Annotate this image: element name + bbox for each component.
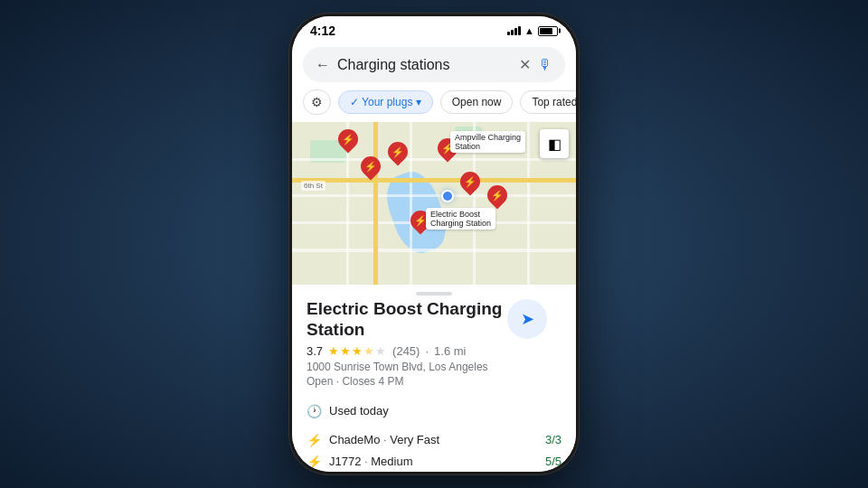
map-road: [410, 122, 412, 285]
open-status: Open · Closes 4 PM: [307, 375, 561, 388]
filter-chips-container: ⚙ ✓ Your plugs ▾ Open now Top rated: [292, 89, 576, 122]
map-road-yellow: [373, 122, 378, 285]
chip-top-rated-label: Top rated: [532, 96, 576, 108]
map-road: [292, 249, 576, 252]
chip-open-now[interactable]: Open now: [440, 90, 514, 114]
status-time: 4:12: [310, 23, 335, 38]
map-label-ampville: Ampville ChargingStation: [450, 131, 525, 153]
search-bar-container: ← Charging stations ✕ 🎙: [292, 42, 576, 89]
bolt-icon-j1772: ⚡: [307, 455, 322, 469]
charger-row-chademo: ⚡ ChadeMo · Very Fast 3/3: [307, 429, 561, 451]
status-icons: ▲: [507, 25, 558, 36]
map-layers-button[interactable]: ◧: [540, 129, 569, 158]
battery-icon: [538, 26, 558, 36]
open-text: Open: [307, 375, 333, 388]
charger-j1772-speed: Medium: [371, 455, 412, 468]
map-background: 6th St ⚡ ⚡ ⚡ ⚡ Ampville ChargingSt: [292, 122, 576, 285]
user-location-dot: [441, 190, 454, 202]
signal-icon: [507, 26, 521, 35]
charger-j1772-availability: 5/5: [545, 455, 561, 468]
search-bar[interactable]: ← Charging stations ✕ 🎙: [303, 47, 565, 82]
close-time: Closes 4 PM: [342, 375, 403, 388]
bolt-icon-chademo: ⚡: [307, 433, 322, 447]
charger-row-j1772: ⚡ J1772 · Medium 5/5: [307, 451, 561, 472]
map-pin-1[interactable]: ⚡: [337, 129, 359, 156]
search-query-text: Charging stations: [337, 57, 512, 73]
station-header: Electric Boost Charging Station 3.7 ★★★★…: [307, 299, 561, 393]
used-today-row: 🕐 Used today: [307, 400, 561, 422]
clock-icon: 🕐: [307, 404, 322, 418]
charger-j1772-info: J1772 · Medium: [329, 455, 538, 468]
used-today-text: Used today: [329, 404, 389, 418]
status-bar: 4:12 ▲: [292, 16, 576, 42]
map-road: [527, 122, 530, 285]
chip-top-rated[interactable]: Top rated: [520, 90, 576, 114]
directions-icon: ➤: [521, 309, 534, 329]
charger-chademo-info: ChadeMo · Very Fast: [329, 433, 538, 446]
map-label-electric-boost: Electric BoostCharging Station: [426, 208, 495, 230]
bottom-panel: Electric Boost Charging Station 3.7 ★★★★…: [292, 299, 576, 472]
mic-icon[interactable]: 🎙: [538, 57, 552, 73]
charger-chademo-availability: 3/3: [545, 433, 561, 446]
clear-icon[interactable]: ✕: [519, 56, 531, 73]
filter-icon-button[interactable]: ⚙: [303, 89, 331, 115]
phone-frame: 4:12 ▲ ← Charging stations ✕ 🎙: [289, 14, 579, 474]
back-arrow-icon[interactable]: ←: [316, 57, 330, 73]
rating-number: 3.7: [307, 344, 323, 358]
chip-your-plugs[interactable]: ✓ Your plugs ▾: [338, 90, 433, 114]
map-pin-5[interactable]: ⚡: [459, 172, 481, 199]
wifi-icon: ▲: [524, 25, 534, 36]
chip-your-plugs-label: ✓ Your plugs ▾: [350, 96, 421, 108]
map-road: [292, 194, 576, 197]
stars-icon: ★★★★★: [328, 344, 387, 358]
phone-screen: 4:12 ▲ ← Charging stations ✕ 🎙: [292, 16, 576, 472]
drag-handle[interactable]: [416, 292, 452, 296]
map-area[interactable]: 6th St ⚡ ⚡ ⚡ ⚡ Ampville ChargingSt: [292, 122, 576, 285]
charger-chademo-name: ChadeMo: [329, 433, 380, 446]
station-address: 1000 Sunrise Town Blvd, Los Angeles: [307, 361, 561, 373]
distance-value: 1.6 mi: [434, 344, 466, 358]
map-pin-2[interactable]: ⚡: [387, 142, 409, 169]
map-road: [292, 158, 576, 161]
rating-row: 3.7 ★★★★★ (245) · 1.6 mi: [307, 344, 561, 358]
distance-text: ·: [425, 344, 429, 358]
road-label-6th: 6th St: [301, 181, 326, 191]
map-road-yellow: [292, 178, 576, 183]
rating-count: (245): [392, 344, 420, 358]
map-pin-3[interactable]: ⚡: [360, 156, 382, 183]
map-layers-icon: ◧: [548, 136, 561, 153]
chip-open-now-label: Open now: [452, 96, 502, 108]
directions-button[interactable]: ➤: [507, 299, 547, 339]
charger-j1772-name: J1772: [329, 455, 361, 468]
charger-chademo-speed: Very Fast: [390, 433, 439, 446]
